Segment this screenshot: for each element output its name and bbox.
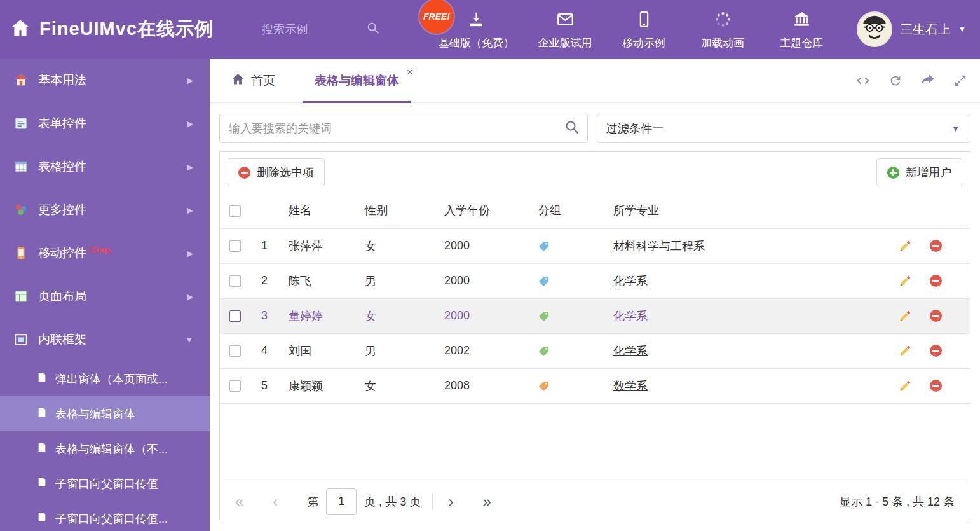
- app-header: FineUIMvc在线示例 FREE! 基础版（免费） 企业版试用 移动示例: [0, 0, 980, 59]
- cell-year: 2000: [434, 228, 528, 263]
- row-checkbox[interactable]: [229, 310, 241, 322]
- page-suffix-label: 页 , 共 3 页: [364, 494, 421, 509]
- tab-grid-edit-window[interactable]: 表格与编辑窗体 ×: [303, 59, 411, 102]
- keyword-search-input[interactable]: [220, 114, 587, 142]
- table-row[interactable]: 5 康颖颖 女 2008 数学系: [220, 368, 970, 403]
- sidebar-subitem-popup-window[interactable]: 弹出窗体（本页面或...: [0, 361, 210, 396]
- sidebar-subitem-child-to-parent[interactable]: 子窗口向父窗口传值: [0, 466, 210, 501]
- select-all-checkbox[interactable]: [229, 205, 241, 217]
- edit-icon[interactable]: [899, 344, 912, 357]
- last-page-button[interactable]: »: [482, 494, 491, 509]
- chevron-down-icon: ▼: [958, 25, 966, 34]
- major-link[interactable]: 化学系: [613, 275, 648, 287]
- filter-row: 过滤条件一 ▼: [210, 103, 980, 143]
- home-icon: [10, 18, 31, 41]
- cell-gender: 男: [355, 263, 434, 298]
- nav-label: 移动示例: [622, 36, 665, 50]
- sidebar-item-iframe[interactable]: 内联框架 ▼: [0, 318, 210, 361]
- app-title: FineUIMvc在线示例: [39, 17, 214, 42]
- tag-icon: [538, 345, 603, 357]
- chevron-right-icon: ▶: [187, 76, 193, 85]
- delete-row-icon[interactable]: [930, 240, 942, 252]
- app-logo[interactable]: FineUIMvc在线示例: [0, 17, 262, 42]
- column-index: [250, 193, 278, 228]
- download-icon: [468, 11, 485, 31]
- search-icon[interactable]: [564, 120, 580, 137]
- add-user-button[interactable]: 新增用户: [876, 158, 962, 186]
- cell-year: 2000: [434, 298, 528, 333]
- row-checkbox[interactable]: [229, 380, 241, 392]
- sidebar-item-label: 表单控件: [38, 115, 86, 132]
- delete-row-icon[interactable]: [930, 310, 942, 322]
- major-link[interactable]: 化学系: [613, 310, 648, 322]
- sidebar-subitem-child-to-parent-alt[interactable]: 子窗口向父窗口传值...: [0, 501, 210, 531]
- chevron-right-icon: ▶: [187, 205, 193, 215]
- filter-dropdown[interactable]: 过滤条件一 ▼: [597, 114, 970, 143]
- next-page-button[interactable]: ›: [448, 494, 453, 509]
- close-icon[interactable]: ×: [407, 66, 413, 79]
- table-header-row: 姓名 性别 入学年份 分组 所学专业: [220, 193, 970, 228]
- table-row[interactable]: 1 张萍萍 女 2000 材料科学与工程系: [220, 228, 970, 263]
- edit-icon[interactable]: [899, 274, 912, 287]
- delete-row-icon[interactable]: [930, 345, 942, 357]
- table-row-selected[interactable]: 3 董婷婷 女 2000 化学系: [220, 298, 970, 333]
- nav-label: 企业版试用: [538, 36, 592, 50]
- sidebar-item-basic-usage[interactable]: 基本用法 ▶: [0, 59, 210, 102]
- user-menu[interactable]: 三生石上 ▼: [857, 11, 980, 47]
- delete-row-icon[interactable]: [930, 380, 942, 392]
- open-new-window-icon[interactable]: [920, 73, 936, 88]
- search-icon[interactable]: [366, 21, 380, 38]
- nav-theme-repo[interactable]: 主题仓库: [773, 8, 829, 50]
- file-icon: [37, 371, 47, 387]
- source-code-icon[interactable]: [855, 73, 871, 88]
- nav-enterprise-trial[interactable]: 企业版试用: [537, 8, 593, 50]
- sidebar-item-mobile-controls[interactable]: 移动控件 Corp. ▶: [0, 231, 210, 275]
- sidebar-item-label: 基本用法: [38, 72, 86, 88]
- sidebar-item-form-controls[interactable]: 表单控件 ▶: [0, 102, 210, 145]
- spinner-icon: [714, 11, 732, 31]
- nav-basic-free[interactable]: FREE! 基础版（免费）: [439, 8, 514, 50]
- nav-loading-animation[interactable]: 加载动画: [695, 8, 751, 50]
- column-group: 分组: [528, 193, 603, 228]
- table-row[interactable]: 2 陈飞 男 2000 化学系: [220, 263, 970, 298]
- nav-mobile-demo[interactable]: 移动示例: [616, 8, 672, 50]
- edit-icon[interactable]: [899, 379, 912, 392]
- edit-icon[interactable]: [899, 309, 912, 322]
- table-row[interactable]: 4 刘国 男 2002 化学系: [220, 333, 970, 368]
- header-search-input[interactable]: [262, 23, 364, 36]
- tab-bar: 首页 表格与编辑窗体 ×: [210, 59, 980, 103]
- first-page-button[interactable]: «: [235, 494, 243, 509]
- cell-name: 张萍萍: [278, 228, 355, 263]
- cell-name: 刘国: [278, 333, 355, 368]
- sidebar-subitem-grid-edit-window[interactable]: 表格与编辑窗体: [0, 396, 210, 431]
- sidebar-subitem-label: 表格与编辑窗体: [55, 406, 135, 422]
- keyword-search-box: [219, 114, 588, 143]
- sidebar-item-grid-controls[interactable]: 表格控件 ▶: [0, 145, 210, 188]
- row-checkbox[interactable]: [229, 275, 241, 287]
- row-checkbox[interactable]: [229, 345, 241, 357]
- refresh-icon[interactable]: [888, 74, 902, 88]
- major-link[interactable]: 材料科学与工程系: [613, 240, 705, 252]
- tab-home[interactable]: 首页: [224, 59, 283, 102]
- sidebar-item-label: 移动控件: [38, 245, 86, 261]
- grid-panel: 删除选中项 新增用户 姓名 性别 入学年份 分组 所学专业: [219, 151, 970, 520]
- major-link[interactable]: 数学系: [613, 380, 648, 392]
- sidebar-item-more-controls[interactable]: 更多控件 ▶: [0, 188, 210, 231]
- delete-row-icon[interactable]: [930, 275, 942, 287]
- row-checkbox[interactable]: [229, 240, 241, 252]
- prev-page-button[interactable]: ‹: [273, 494, 278, 509]
- page-number-input[interactable]: [326, 488, 357, 515]
- users-table: 姓名 性别 入学年份 分组 所学专业 1 张萍萍 女 2000 材料科学与工程系: [220, 193, 970, 404]
- edit-icon[interactable]: [899, 239, 912, 252]
- sidebar-item-label: 内联框架: [38, 331, 86, 348]
- frame-icon: [14, 333, 28, 347]
- shapes-icon: [14, 203, 28, 217]
- expand-icon[interactable]: [953, 74, 967, 88]
- delete-selected-button[interactable]: 删除选中项: [228, 158, 325, 186]
- sidebar-item-page-layout[interactable]: 页面布局 ▶: [0, 275, 210, 318]
- button-label: 删除选中项: [257, 165, 314, 180]
- cell-name: 董婷婷: [278, 298, 355, 333]
- sidebar-subitem-label: 表格与编辑窗体（不...: [55, 441, 168, 457]
- sidebar-subitem-grid-edit-window-alt[interactable]: 表格与编辑窗体（不...: [0, 431, 210, 466]
- major-link[interactable]: 化学系: [613, 345, 648, 357]
